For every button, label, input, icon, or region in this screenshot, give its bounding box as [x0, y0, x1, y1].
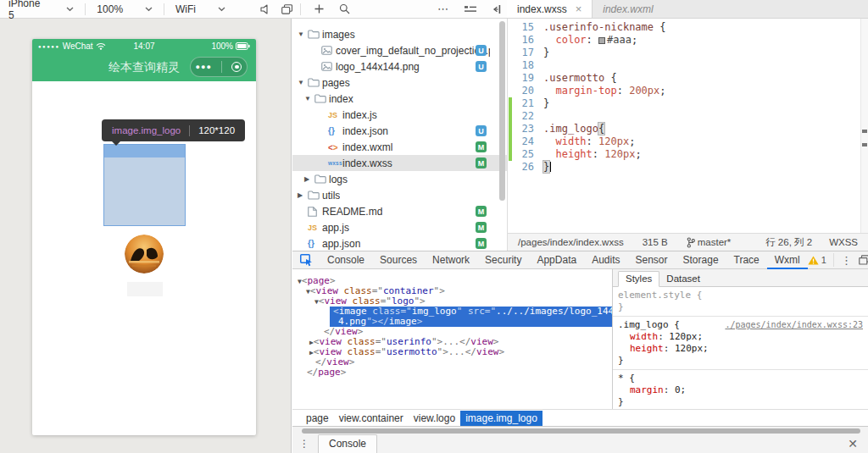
devtools-tab-console[interactable]: Console	[320, 251, 372, 269]
tree-item-index[interactable]: ▼index	[292, 91, 507, 107]
tree-item-images[interactable]: ▼images	[292, 26, 507, 42]
toolbar-divider	[85, 3, 86, 15]
chevron-down-icon[interactable]: ▼	[298, 30, 308, 38]
warning-counter[interactable]: 1	[808, 255, 826, 265]
devtools-tab-network[interactable]: Network	[425, 251, 477, 269]
network-selector[interactable]: WiFi	[167, 0, 234, 18]
chevron-right-icon[interactable]: ▶	[304, 175, 314, 183]
editor-line-19[interactable]: 19.usermotto {	[508, 72, 868, 85]
close-icon[interactable]: ✕	[848, 437, 858, 450]
editor-line-22[interactable]: 22	[508, 110, 868, 123]
tree-item-logs[interactable]: ▶logs	[292, 171, 507, 187]
file-path-label: /pages/index/index.wxss	[518, 237, 624, 247]
capsule-close-icon[interactable]	[231, 62, 242, 72]
device-selector[interactable]: iPhone 5	[0, 0, 82, 18]
css-rule[interactable]: * {margin: 0;}	[613, 370, 868, 409]
file-tree: ▼imagescover_img_default_no_projection.p…	[292, 19, 507, 251]
tree-item-app.json[interactable]: {}app.jsonM	[292, 235, 507, 251]
devtools-tab-sources[interactable]: Sources	[372, 251, 425, 269]
user-avatar[interactable]	[125, 235, 164, 273]
drag-handle-icon[interactable]: ⋮	[299, 438, 309, 450]
editor-line-17[interactable]: 17}	[508, 47, 868, 59]
tree-item-label: logs	[329, 174, 348, 185]
tree-item-app.js[interactable]: JSapp.jsM	[292, 219, 507, 235]
chevron-down-icon[interactable]: ▼	[298, 79, 308, 86]
folder-file-icon	[314, 174, 329, 184]
horizontal-scrollbar[interactable]	[302, 428, 860, 434]
kebab-menu-icon[interactable]: ⋮	[841, 254, 852, 267]
tree-item-label: README.md	[322, 206, 382, 218]
styles-tab-dataset[interactable]: Dataset	[659, 272, 707, 286]
rule-source-link[interactable]: ./pages/index/index.wxss:23	[725, 319, 863, 331]
more-icon[interactable]: ⋯	[433, 0, 453, 18]
capsule-button[interactable]: ●●●	[190, 57, 248, 77]
editor-tab-index.wxss[interactable]: index.wxss×	[507, 0, 593, 18]
tree-item-label: images	[322, 29, 355, 41]
close-icon[interactable]: ×	[576, 3, 582, 14]
wxml-tree-panel[interactable]: ▼<page>▼<view class="container">▼<view c…	[292, 269, 612, 409]
language-mode-label[interactable]: WXSS	[829, 237, 858, 247]
tree-item-index.wxml[interactable]: <>index.wxmlM	[292, 139, 507, 155]
git-branch-label[interactable]: master*	[698, 237, 732, 247]
breadcrumb-item-image.img_logo[interactable]: image.img_logo	[460, 411, 542, 426]
devtools-tab-wxml[interactable]: Wxml	[767, 251, 808, 269]
devtools-tab-trace[interactable]: Trace	[726, 251, 767, 269]
breadcrumb-item-page[interactable]: page	[301, 411, 334, 426]
tree-item-pages[interactable]: ▼pages	[292, 75, 507, 91]
css-property[interactable]: margin: 0;	[618, 384, 863, 396]
devtools-tab-security[interactable]: Security	[477, 251, 529, 269]
tree-item-cover_img_default_no_projection.png[interactable]: cover_img_default_no_projection.pngU	[292, 42, 507, 58]
editor-scrollbar[interactable]	[860, 19, 868, 233]
search-icon[interactable]	[334, 0, 354, 18]
editor-line-25[interactable]: 25 height: 120px;	[508, 148, 868, 161]
highlighted-logo-image[interactable]	[103, 144, 186, 226]
editor-line-21[interactable]: 21}	[508, 97, 868, 110]
tree-item-index.json[interactable]: {}index.jsonU	[292, 123, 507, 139]
styles-tab-styles[interactable]: Styles	[618, 271, 659, 287]
editor-line-15[interactable]: 15.userinfo-nickname {	[508, 21, 868, 34]
json-file-icon: {}	[328, 126, 342, 135]
inspect-element-icon[interactable]	[292, 254, 320, 267]
capsule-menu-icon[interactable]: ●●●	[196, 63, 212, 71]
editor-line-23[interactable]: 23.img_logo{	[508, 123, 868, 135]
list-icon[interactable]	[460, 0, 481, 18]
tree-item-logo_144x144.png[interactable]: logo_144x144.pngU	[292, 58, 507, 75]
editor-tab-index.wxml[interactable]: index.wxml	[593, 0, 663, 18]
breadcrumb-item-view.logo[interactable]: view.logo	[409, 411, 460, 426]
collapse-icon[interactable]	[487, 0, 507, 18]
mute-icon[interactable]	[256, 0, 276, 18]
dock-icon[interactable]	[859, 255, 868, 265]
devtools-tab-storage[interactable]: Storage	[676, 251, 726, 269]
devtools-tab-sensor[interactable]: Sensor	[628, 251, 676, 269]
add-icon[interactable]	[309, 0, 329, 18]
json-file-icon: {}	[308, 239, 322, 248]
editor-line-18[interactable]: 18	[508, 59, 868, 72]
code-editor[interactable]: 15.userinfo-nickname {16 color: #aaa;17}…	[507, 19, 868, 233]
css-rule[interactable]: .img_logo {./pages/index/index.wxss:23wi…	[613, 317, 868, 370]
tree-item-index.js[interactable]: JSindex.js	[292, 107, 507, 123]
editor-line-20[interactable]: 20 margin-top: 200px;	[508, 85, 868, 97]
editor-line-24[interactable]: 24 width: 120px;	[508, 135, 868, 148]
tree-item-README.md[interactable]: README.mdM	[292, 203, 507, 219]
windows-icon[interactable]	[276, 0, 297, 18]
wxml-node-line[interactable]: </page>	[292, 367, 612, 378]
css-rule[interactable]: element.style {}	[613, 287, 868, 317]
nickname-placeholder	[127, 282, 163, 296]
chevron-down-icon	[218, 7, 225, 12]
breadcrumb-item-view.container[interactable]: view.container	[334, 411, 409, 426]
chevron-down-icon[interactable]: ▼	[304, 95, 314, 102]
css-property[interactable]: width: 120px;	[618, 331, 863, 343]
devtools-tab-appdata[interactable]: AppData	[529, 251, 584, 269]
css-property[interactable]: height: 120px;	[618, 343, 863, 355]
tree-scrollbar[interactable]	[499, 21, 505, 201]
editor-line-26[interactable]: 26}	[508, 161, 868, 174]
editor-line-16[interactable]: 16 color: #aaa;	[508, 34, 868, 47]
zoom-selector[interactable]: 100%	[88, 0, 161, 18]
tree-item-index.wxss[interactable]: wxssindex.wxssM	[292, 155, 507, 171]
tree-item-utils[interactable]: ▶utils	[292, 187, 507, 203]
line-number: 15	[508, 21, 543, 34]
chevron-right-icon[interactable]: ▶	[298, 191, 308, 199]
wxml-node-line[interactable]: 4.png"></image>	[330, 317, 612, 327]
devtools-tab-audits[interactable]: Audits	[584, 251, 627, 269]
console-drawer-tab[interactable]: Console	[318, 434, 377, 453]
